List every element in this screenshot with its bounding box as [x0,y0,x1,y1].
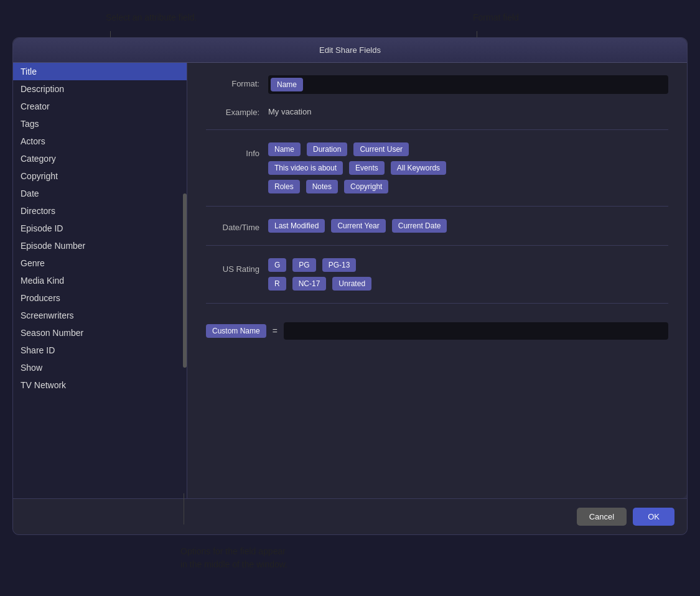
token-custom-name[interactable]: Custom Name [206,324,266,338]
annotation-format-field: Format field [473,12,519,22]
datetime-section: Date/Time Last Modified Current Year Cur… [206,219,668,233]
rating-row-1: G PG PG-13 [268,258,371,272]
token-notes[interactable]: Notes [306,180,338,193]
sidebar-item-actors[interactable]: Actors [13,133,187,150]
example-row: Example: My vacation [206,104,668,117]
token-current-year[interactable]: Current Year [331,219,385,233]
sidebar-item-date[interactable]: Date [13,185,187,202]
info-section: Info Name Duration Current User This vid… [206,142,668,193]
example-label: Example: [206,104,268,117]
token-last-modified[interactable]: Last Modified [268,219,325,233]
divider-4 [206,303,668,304]
cancel-button[interactable]: Cancel [577,508,627,526]
custom-name-input[interactable] [284,322,668,340]
token-events[interactable]: Events [349,161,385,175]
sidebar-item-genre[interactable]: Genre [13,254,187,272]
info-label: Info [206,142,268,158]
sidebar-item-episode-id[interactable]: Episode ID [13,220,187,237]
format-label: Format: [206,75,268,88]
token-roles[interactable]: Roles [268,180,300,193]
format-row: Format: Name [206,75,668,94]
custom-name-row: Custom Name = [206,322,668,340]
us-rating-label: US Rating [206,258,268,274]
sidebar-scrollbar-thumb[interactable] [183,193,187,368]
example-value: My vacation [268,104,311,116]
sidebar-item-producers[interactable]: Producers [13,289,187,307]
sidebar-item-directors[interactable]: Directors [13,202,187,220]
sidebar-item-share-id[interactable]: Share ID [13,342,187,359]
sidebar-item-tags[interactable]: Tags [13,115,187,133]
sidebar-item-screenwriters[interactable]: Screenwriters [13,307,187,324]
token-copyright[interactable]: Copyright [344,180,388,193]
divider-2 [206,206,668,207]
sidebar-item-title[interactable]: Title [13,63,187,80]
token-all-keywords[interactable]: All Keywords [391,161,446,175]
annotation-line-bottom [184,493,184,524]
token-duration[interactable]: Duration [307,142,347,156]
info-row-2: This video is about Events All Keywords [268,161,446,175]
annotation-select-attribute: Select an attribute field. [106,12,197,22]
token-rating-pg[interactable]: PG [292,258,315,272]
dialog-footer: Cancel OK [13,498,687,534]
dialog-titlebar: Edit Share Fields [13,38,687,63]
sidebar-item-show[interactable]: Show [13,359,187,376]
divider-1 [206,129,668,130]
token-rating-pg13[interactable]: PG-13 [322,258,357,272]
datetime-label: Date/Time [206,219,268,232]
token-rating-g[interactable]: G [268,258,286,272]
datetime-token-row: Last Modified Current Year Current Date [268,219,447,233]
info-token-grid: Name Duration Current User This video is… [268,142,446,193]
token-current-date[interactable]: Current Date [392,219,447,233]
sidebar-item-category[interactable]: Category [13,150,187,167]
sidebar-item-season-number[interactable]: Season Number [13,324,187,342]
rating-row-2: R NC-17 Unrated [268,277,371,291]
token-rating-unrated[interactable]: Unrated [332,277,371,291]
token-this-video-is-about[interactable]: This video is about [268,161,343,175]
equals-sign: = [273,326,278,336]
token-rating-nc17[interactable]: NC-17 [292,277,327,291]
info-row-1: Name Duration Current User [268,142,446,156]
us-rating-token-grid: G PG PG-13 R NC-17 Unrated [268,258,371,291]
token-current-user[interactable]: Current User [353,142,409,156]
info-row-3: Roles Notes Copyright [268,180,446,193]
content-area: Format: Name Example: My vacation Info N… [187,63,687,498]
annotation-options: Options for the field appearin the middl… [180,545,287,571]
format-input-container: Name [268,75,668,94]
sidebar-item-copyright[interactable]: Copyright [13,167,187,185]
token-rating-r[interactable]: R [268,277,286,291]
us-rating-section: US Rating G PG PG-13 R NC-17 Unrated [206,258,668,291]
sidebar-item-creator[interactable]: Creator [13,98,187,115]
edit-share-fields-dialog: Edit Share Fields Title Description Crea… [12,37,688,535]
token-name[interactable]: Name [268,142,301,156]
divider-3 [206,245,668,246]
format-name-token[interactable]: Name [271,78,303,91]
ok-button[interactable]: OK [633,508,674,526]
attribute-list: Title Description Creator Tags Actors Ca… [13,63,187,498]
sidebar-item-description[interactable]: Description [13,80,187,98]
sidebar-scrollbar-track[interactable] [182,63,187,498]
sidebar-item-tv-network[interactable]: TV Network [13,376,187,394]
sidebar-item-episode-number[interactable]: Episode Number [13,237,187,254]
dialog-body: Title Description Creator Tags Actors Ca… [13,63,687,498]
sidebar-item-media-kind[interactable]: Media Kind [13,272,187,289]
dialog-title: Edit Share Fields [319,45,381,55]
